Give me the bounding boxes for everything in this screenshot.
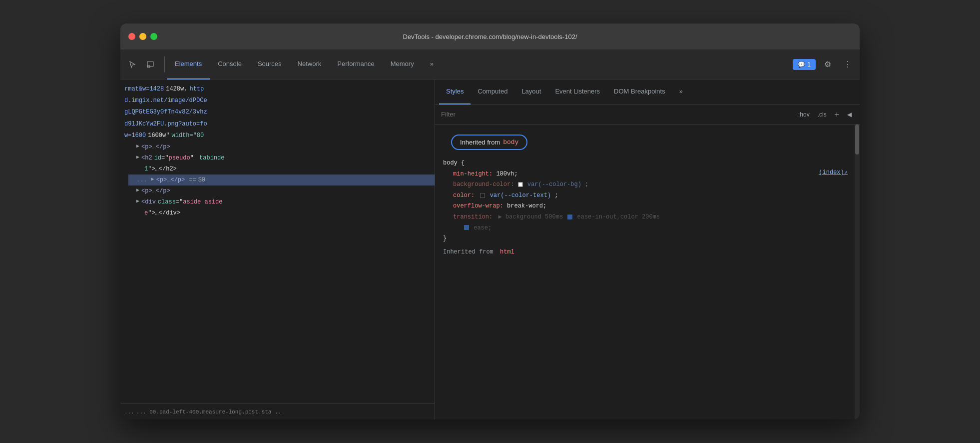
element-url-line1: rmat&w=1428 1428w, http bbox=[120, 84, 435, 95]
element-url-line2: d.imgix.net/image/dPDCe bbox=[120, 95, 435, 106]
tab-layout[interactable]: Layout bbox=[514, 80, 548, 104]
css-rule-body: body { min-height: 100vh; background-col… bbox=[435, 156, 860, 246]
styles-panel: Styles Computed Layout Event Listeners D… bbox=[435, 80, 860, 420]
triangle-icon2: ▶ bbox=[136, 154, 139, 161]
triangle-icon3: ▶ bbox=[151, 176, 154, 183]
styles-content: Inherited from body (index)↗ body { min-… bbox=[435, 124, 860, 420]
element-url-line4: d9lJKcYw2FU.png?auto=fo bbox=[120, 118, 435, 130]
ease-swatch2 bbox=[464, 225, 469, 230]
element-h2-cont[interactable]: 1">…</h2> bbox=[136, 164, 435, 174]
cls-button[interactable]: .cls bbox=[816, 110, 829, 119]
body-tag-label[interactable]: body bbox=[503, 138, 518, 146]
tab-more-inner[interactable]: » bbox=[672, 80, 690, 104]
more-options-icon[interactable]: ⋮ bbox=[840, 56, 856, 72]
devtools-tab-bar: Elements Console Sources Network Perform… bbox=[120, 50, 860, 80]
tab-memory[interactable]: Memory bbox=[383, 50, 422, 80]
triangle-icon4: ▶ bbox=[136, 186, 139, 194]
triangle-icon: ▶ bbox=[136, 142, 139, 150]
inner-tab-bar: Styles Computed Layout Event Listeners D… bbox=[435, 80, 860, 104]
element-p2[interactable]: ▶ <p> … </p> bbox=[128, 186, 435, 196]
css-selector-line: body { bbox=[443, 158, 852, 169]
notifications-badge[interactable]: 💬 1 bbox=[793, 59, 816, 70]
tab-console[interactable]: Console bbox=[210, 50, 250, 80]
filter-actions: :hov .cls + ◀ bbox=[796, 109, 854, 120]
element-p-selected[interactable]: ... ▶ <p> … </p> == $0 bbox=[128, 174, 435, 186]
element-div[interactable]: ▶ <div class="aside aside bbox=[128, 196, 435, 208]
tab-computed[interactable]: Computed bbox=[471, 80, 514, 104]
inspect-icon[interactable] bbox=[142, 56, 158, 72]
tab-network[interactable]: Network bbox=[290, 50, 330, 80]
hov-button[interactable]: :hov bbox=[796, 110, 812, 119]
cursor-icon[interactable] bbox=[124, 56, 140, 72]
css-prop-min-height: min-height: 100vh; bbox=[443, 169, 852, 180]
traffic-lights bbox=[128, 33, 157, 40]
breadcrumb-path: ... 00.pad-left-400.measure-long.post.st… bbox=[136, 409, 285, 415]
devtools-window: DevTools - developer.chrome.com/blog/new… bbox=[120, 24, 860, 420]
add-style-icon[interactable]: + bbox=[833, 109, 841, 120]
window-title: DevTools - developer.chrome.com/blog/new… bbox=[403, 33, 577, 40]
element-url-line3: gLQPGtEG3y0fTn4v82/3vhz bbox=[120, 106, 435, 118]
devtools-body: rmat&w=1428 1428w, http d.imgix.net/imag… bbox=[120, 80, 860, 420]
devtools-actions: 💬 1 ⚙ ⋮ bbox=[793, 56, 856, 72]
minimize-button[interactable] bbox=[139, 33, 146, 40]
chat-icon: 💬 bbox=[798, 61, 805, 68]
filter-input[interactable] bbox=[441, 110, 796, 118]
breadcrumb-dots: ... bbox=[124, 409, 134, 415]
tab-event-listeners[interactable]: Event Listeners bbox=[548, 80, 607, 104]
settings-icon[interactable]: ⚙ bbox=[820, 56, 836, 72]
scrollbar-thumb[interactable] bbox=[855, 124, 859, 154]
css-prop-bg-color: background-color: var(--color-bg) ; bbox=[443, 180, 852, 190]
element-url-line5: w=1600 1600w" width="80 bbox=[120, 130, 435, 142]
css-close-brace: } bbox=[443, 234, 852, 244]
elements-panel: rmat&w=1428 1428w, http d.imgix.net/imag… bbox=[120, 80, 435, 420]
elements-tree: rmat&w=1428 1428w, http d.imgix.net/imag… bbox=[120, 80, 435, 404]
toggle-panel-icon[interactable]: ◀ bbox=[845, 110, 854, 119]
inherited-html-row: Inherited from html bbox=[435, 246, 860, 258]
breadcrumb-bar: ... ... 00.pad-left-400.measure-long.pos… bbox=[120, 404, 435, 420]
bg-color-swatch bbox=[518, 182, 523, 187]
filter-bar: :hov .cls + ◀ bbox=[435, 104, 860, 124]
tab-styles[interactable]: Styles bbox=[439, 80, 471, 104]
html-tag-label[interactable]: html bbox=[500, 248, 514, 256]
maximize-button[interactable] bbox=[150, 33, 157, 40]
color-swatch bbox=[480, 193, 485, 198]
close-button[interactable] bbox=[128, 33, 135, 40]
inherited-from-section: Inherited from body bbox=[435, 124, 860, 156]
css-prop-transition: transition: ▶ background 500ms ease-in-o… bbox=[443, 212, 852, 223]
tab-sources[interactable]: Sources bbox=[250, 50, 290, 80]
css-prop-color: color: var(--color-text) ; bbox=[443, 190, 852, 202]
devtools-toolbar bbox=[124, 56, 165, 72]
element-p1[interactable]: ▶ <p> … </p> bbox=[128, 142, 435, 152]
triangle-icon5: ▶ bbox=[136, 198, 139, 205]
scrollbar-track[interactable] bbox=[855, 124, 860, 420]
ease-swatch1 bbox=[567, 214, 572, 220]
css-prop-overflow-wrap: overflow-wrap: break-word; bbox=[443, 201, 852, 212]
tab-more[interactable]: » bbox=[422, 50, 442, 80]
index-reference[interactable]: (index)↗ bbox=[819, 168, 848, 176]
inherited-from-badge: Inherited from body bbox=[451, 134, 527, 150]
titlebar: DevTools - developer.chrome.com/blog/new… bbox=[120, 24, 860, 50]
element-div-cont[interactable]: e">…</div> bbox=[136, 208, 435, 218]
tab-dom-breakpoints[interactable]: DOM Breakpoints bbox=[607, 80, 672, 104]
tab-elements[interactable]: Elements bbox=[167, 50, 210, 80]
tab-performance[interactable]: Performance bbox=[329, 50, 382, 80]
css-transition-ease: ease; bbox=[443, 223, 852, 234]
element-h2[interactable]: ▶ <h2 id="pseudo" tabinde bbox=[128, 152, 435, 164]
